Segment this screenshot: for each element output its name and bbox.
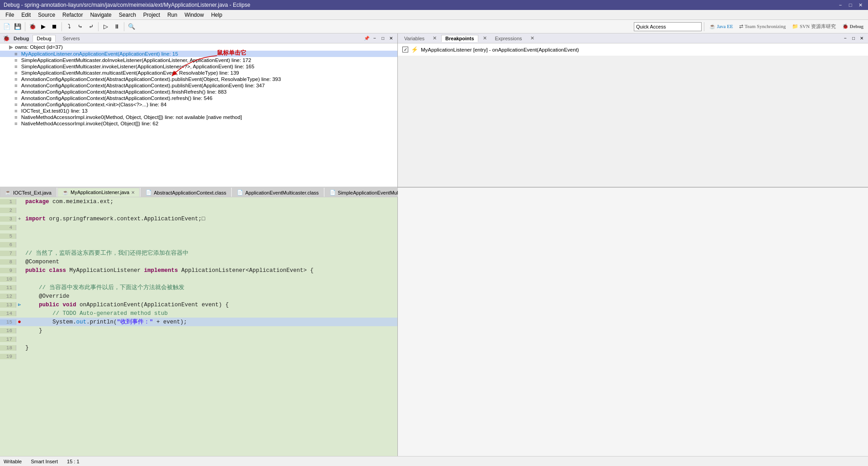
debug-owns-item[interactable]: ▶ owns: Object (id=37)	[0, 43, 397, 51]
menu-navigate[interactable]: Navigate	[86, 11, 115, 19]
debug-stack-item-8[interactable]: ≡ AnnotationConfigApplicationContext.<in…	[0, 101, 397, 108]
menu-refactor[interactable]: Refactor	[59, 11, 86, 19]
line-content-14: // TODO Auto-generated method stub	[23, 310, 168, 317]
editor-tab-abstractctx[interactable]: 📄 AbstractApplicationContext.class	[141, 188, 231, 197]
debug-stack-item-5[interactable]: ≡ AnnotationConfigApplicationContext(Abs…	[0, 82, 397, 89]
toolbar-step-into[interactable]: ⤷	[75, 22, 85, 32]
debug-tab-servers[interactable]: Servers	[59, 35, 84, 42]
status-bar: Writable Smart Insert 15 : 1	[0, 456, 868, 466]
toolbar-step-return[interactable]: ⤶	[86, 22, 96, 32]
debug-maximize-button[interactable]: □	[379, 35, 387, 42]
java-file-icon-1: ☕	[62, 190, 69, 195]
toolbar-stop[interactable]: ⏹	[49, 22, 59, 32]
debug-tab-debug[interactable]: Debug	[33, 35, 55, 42]
main-area: 🐞 Debug Debug Servers 📌 − □ ✕ 鼠标单击它	[0, 33, 868, 456]
status-smart-insert: Smart Insert	[31, 459, 58, 464]
toolbar-search[interactable]: 🔍	[127, 22, 137, 32]
editor-tab-mylistener[interactable]: ☕ MyApplicationListener.java ✕	[57, 188, 140, 197]
debug-stack-item-0[interactable]: ≡ MyApplicationListener.onApplicationEve…	[0, 51, 397, 57]
minimize-button[interactable]: −	[836, 1, 844, 9]
debug-stack-text-1: SimpleApplicationEventMulticaster.doInvo…	[21, 57, 251, 63]
left-panel: 🐞 Debug Debug Servers 📌 − □ ✕ 鼠标单击它	[0, 33, 398, 456]
stack-frame-icon-5: ≡	[14, 83, 18, 88]
line-number-16: 16	[0, 328, 16, 333]
bp-close-btn[interactable]: ✕	[858, 35, 865, 42]
toolbar-step-over[interactable]: ⤵	[64, 22, 74, 32]
close-button[interactable]: ✕	[856, 1, 864, 9]
debug-stack-item-3[interactable]: ≡ SimpleApplicationEventMulticaster.mult…	[0, 70, 397, 76]
line-content-1: package com.meimeixia.ext;	[23, 199, 113, 205]
right-panel: Variables ✕ Breakpoints ✕ Expressions ✕ …	[398, 33, 868, 456]
debug-stack-item-2[interactable]: ≡ SimpleApplicationEventMulticaster.invo…	[0, 63, 397, 70]
code-line-1: 1 package com.meimeixia.ext;	[0, 197, 397, 206]
breakpoints-panel: Variables ✕ Breakpoints ✕ Expressions ✕ …	[398, 33, 868, 187]
perspective-java-ee[interactable]: ☕ Java EE	[707, 24, 736, 29]
breakpoints-tab[interactable]: Breakpoints	[441, 35, 478, 42]
toolbar-run[interactable]: ▶	[38, 22, 48, 32]
line-marker-15: ●	[16, 319, 23, 325]
bp-minimize-btn[interactable]: −	[842, 35, 849, 42]
debug-stack-item-9[interactable]: ≡ IOCTest_Ext.test01() line: 13	[0, 108, 397, 114]
code-line-11: 11 // 当容器中发布此事件以后，下面这个方法就会被触发	[0, 283, 397, 292]
class-file-icon-2: 📄	[146, 190, 152, 195]
debug-stack-text-7: AnnotationConfigApplicationContext(Abstr…	[21, 95, 212, 101]
debug-stack-text-6: AnnotationConfigApplicationContext(Abstr…	[21, 89, 227, 95]
menu-window[interactable]: Window	[181, 11, 208, 19]
tab-separator3: ✕	[530, 35, 534, 41]
menu-project[interactable]: Project	[140, 11, 164, 19]
toolbar-separator-2	[61, 22, 62, 31]
menu-help[interactable]: Help	[208, 11, 226, 19]
code-line-16: 16 }	[0, 326, 397, 335]
debug-stack-item-11[interactable]: ≡ NativeMethodAccessorImpl.invoke(Object…	[0, 120, 397, 127]
bp-maximize-btn[interactable]: □	[850, 35, 857, 42]
maximize-button[interactable]: □	[846, 1, 854, 9]
debug-stack-item-4[interactable]: ≡ AnnotationConfigApplicationContext(Abs…	[0, 76, 397, 82]
debug-stack-text-3: SimpleApplicationEventMulticaster.multic…	[21, 70, 239, 76]
perspective-team-sync[interactable]: ⇄ Team Synchronizing	[736, 24, 788, 29]
editor-tab-label-0: IOCTest_Ext.java	[13, 190, 52, 195]
code-line-6: 6	[0, 240, 397, 249]
debug-stack-item-10[interactable]: ≡ NativeMethodAccessorImpl.invoke0(Metho…	[0, 114, 397, 120]
debug-minimize-button[interactable]: −	[371, 35, 378, 42]
expressions-tab[interactable]: Expressions	[491, 35, 526, 42]
variables-tab[interactable]: Variables	[401, 35, 428, 42]
perspective-debug[interactable]: 🐞 Debug	[840, 24, 866, 29]
debug-pin-button[interactable]: 📌	[363, 35, 370, 42]
editor-area: ☕ IOCTest_Ext.java ☕ MyApplicationListen…	[0, 187, 397, 456]
debug-stack-item-7[interactable]: ≡ AnnotationConfigApplicationContext(Abs…	[0, 95, 397, 101]
editor-tab-ioctest[interactable]: ☕ IOCTest_Ext.java	[0, 188, 57, 197]
breakpoint-item-0[interactable]: ✓ ⚡ MyApplicationListener [entry] - onAp…	[400, 45, 866, 54]
quick-access-box[interactable]: Quick Access	[634, 22, 702, 31]
line-number-5: 5	[0, 233, 16, 239]
stack-frame-icon-3: ≡	[14, 70, 18, 76]
stack-frame-icon-6: ≡	[14, 89, 18, 95]
perspective-svn[interactable]: 📁 SVN 资源库研究	[789, 23, 839, 30]
menu-run[interactable]: Run	[164, 11, 181, 19]
tab-separator: ✕	[433, 35, 437, 41]
editor-tab-eventmulticaster[interactable]: 📄 ApplicationEventMulticaster.class	[232, 188, 324, 197]
code-line-3: 3 + import org.springframework.context.A…	[0, 214, 397, 223]
code-editor[interactable]: 1 package com.meimeixia.ext; 2 3 + impor…	[0, 197, 397, 456]
toolbar-suspend[interactable]: ⏸	[112, 22, 122, 32]
toolbar-new[interactable]: 📄	[2, 22, 12, 32]
breakpoint-checkbox-0[interactable]: ✓	[402, 47, 408, 52]
menu-edit[interactable]: Edit	[18, 11, 34, 19]
debug-stack-item-6[interactable]: ≡ AnnotationConfigApplicationContext(Abs…	[0, 89, 397, 95]
editor-tab-close-1[interactable]: ✕	[131, 190, 135, 195]
menu-search[interactable]: Search	[115, 11, 140, 19]
toolbar-debug[interactable]: 🐞	[28, 22, 38, 32]
toolbar-resume[interactable]: ▷	[101, 22, 111, 32]
quick-access-label: Quick Access	[636, 24, 666, 29]
debug-close-button[interactable]: ✕	[387, 35, 395, 42]
debug-stack-item-1[interactable]: ≡ SimpleApplicationEventMulticaster.doIn…	[0, 57, 397, 63]
menu-file[interactable]: File	[2, 11, 18, 19]
stack-frame-icon-2: ≡	[14, 64, 18, 69]
code-line-2: 2	[0, 206, 397, 214]
tab-separator2: ✕	[483, 35, 487, 41]
debug-stack-text-2: SimpleApplicationEventMulticaster.invoke…	[21, 64, 255, 69]
debug-stack-text-5: AnnotationConfigApplicationContext(Abstr…	[21, 83, 265, 88]
toolbar-save[interactable]: 💾	[13, 22, 23, 32]
line-marker-3: +	[16, 216, 23, 222]
debug-panel-icon: 🐞	[3, 35, 10, 42]
menu-source[interactable]: Source	[34, 11, 59, 19]
